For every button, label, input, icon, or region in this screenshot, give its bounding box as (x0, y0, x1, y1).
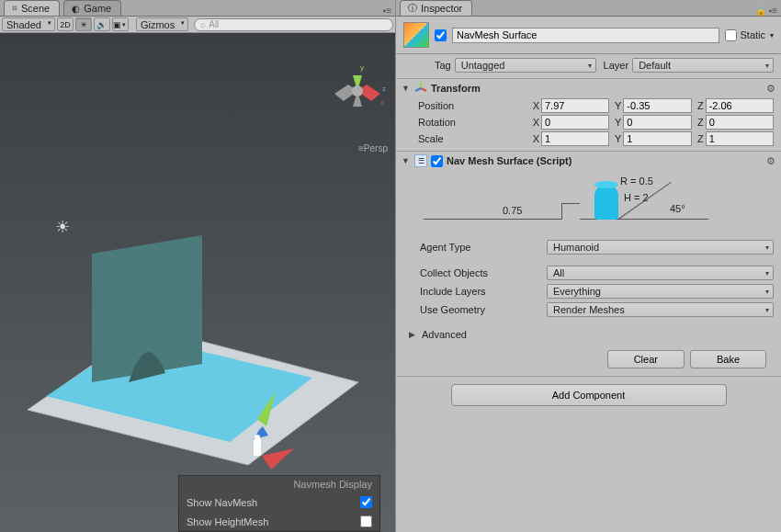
include-layers-label: Include Layers (420, 286, 543, 297)
use-geometry-dropdown[interactable]: Render Meshes (547, 302, 774, 317)
axis-gizmo-icon[interactable]: y z x (325, 59, 390, 123)
shading-dropdown[interactable]: Shaded▾ (2, 17, 55, 31)
agent-diagram: 0.75 R = 0.5 H = 2 45° (414, 175, 763, 232)
tag-dropdown[interactable]: Untagged (455, 58, 596, 73)
search-icon: ⌕ (200, 19, 206, 29)
gameobject-name-input[interactable] (452, 28, 719, 43)
rotation-x-input[interactable] (541, 115, 609, 130)
search-placeholder: All (209, 19, 219, 29)
layer-dropdown[interactable]: Default (632, 58, 774, 73)
diag-h-label: H = 2 (624, 192, 649, 203)
image-icon: ▣ (113, 20, 121, 29)
svg-marker-12 (262, 448, 294, 470)
shading-dropdown-value: Shaded (6, 19, 41, 30)
advanced-foldout[interactable]: ▶ Advanced (396, 326, 781, 343)
collect-objects-dropdown[interactable]: All (547, 266, 774, 280)
tag-layer-row: Tag Untagged Layer Default (396, 54, 781, 79)
audio-icon: 🔊 (96, 20, 107, 29)
scene-panel: ⌗Scene ◐Game ▪≡ Shaded▾ 2D ☀ 🔊 ▣▾ Gizmos… (0, 0, 395, 532)
show-navmesh-checkbox[interactable] (360, 496, 372, 508)
diag-step-label: 0.75 (503, 205, 522, 216)
fold-open-icon: ▼ (402, 84, 411, 93)
scene-icon: ⌗ (12, 3, 17, 14)
toggle-lighting[interactable]: ☀ (75, 17, 92, 31)
svg-text:x: x (380, 98, 384, 107)
scale-x-input[interactable] (541, 131, 609, 146)
inspector-icon: ⓘ (408, 2, 417, 15)
transform-component: ▼ Transform ⚙ Position X Y Z Rotation X … (396, 79, 781, 152)
perspective-label[interactable]: ≡Persp (358, 143, 388, 153)
collect-objects-label: Collect Objects (420, 267, 543, 278)
svg-line-18 (415, 88, 421, 91)
scene-tab-bar: ⌗Scene ◐Game ▪≡ (0, 0, 395, 17)
static-toggle[interactable]: Static▾ (725, 29, 774, 41)
scene-search-input[interactable]: ⌕All (194, 18, 393, 31)
tag-label: Tag (435, 60, 451, 71)
layer-value: Default (639, 60, 671, 71)
inspector-panel: ⓘInspector 🔒 ▪≡ Static▾ Tag Untagged Lay… (395, 0, 781, 532)
rotation-y-input[interactable] (623, 115, 691, 130)
gameobject-header: Static▾ (396, 17, 781, 54)
scale-y-input[interactable] (623, 131, 691, 146)
panel-menu-icon[interactable]: ▪≡ (383, 6, 395, 16)
toggle-2d-label: 2D (60, 20, 71, 29)
navmesh-surface-header[interactable]: ▼ ☰ Nav Mesh Surface (Script) ⚙ (396, 152, 781, 170)
inspector-tab-bar: ⓘInspector 🔒 ▪≡ (396, 0, 781, 17)
tab-game[interactable]: ◐Game (63, 0, 121, 16)
svg-rect-14 (254, 439, 261, 456)
tab-inspector[interactable]: ⓘInspector (400, 0, 472, 16)
toggle-fx[interactable]: ▣▾ (112, 17, 129, 31)
transform-axes-icon (414, 82, 427, 95)
tab-game-label: Game (84, 3, 111, 14)
tab-inspector-label: Inspector (421, 3, 462, 14)
layer-label: Layer (604, 60, 629, 71)
show-navmesh-label: Show NavMesh (187, 497, 353, 508)
svg-point-4 (352, 85, 363, 96)
svg-point-15 (255, 435, 260, 440)
bake-button[interactable]: Bake (690, 350, 766, 368)
tag-value: Untagged (461, 60, 505, 71)
static-label: Static (740, 29, 765, 40)
rotation-z-input[interactable] (706, 115, 774, 130)
agent-type-label: Agent Type (420, 242, 543, 253)
tab-scene-label: Scene (21, 3, 50, 14)
scene-geometry-preview[interactable] (18, 198, 377, 474)
clear-button[interactable]: Clear (607, 350, 685, 368)
position-z-input[interactable] (706, 98, 774, 113)
advanced-label: Advanced (422, 329, 467, 340)
diag-slope-label: 45° (670, 203, 685, 214)
transform-header[interactable]: ▼ Transform ⚙ (396, 79, 781, 97)
navmesh-surface-gear-icon[interactable]: ⚙ (766, 155, 775, 167)
fold-open-icon: ▼ (402, 156, 411, 165)
toggle-2d[interactable]: 2D (57, 17, 74, 31)
show-heightmesh-label: Show HeightMesh (187, 516, 353, 527)
game-icon: ◐ (72, 4, 80, 14)
toggle-audio[interactable]: 🔊 (94, 17, 110, 31)
navmesh-surface-title: Nav Mesh Surface (Script) (447, 155, 763, 166)
position-x-input[interactable] (541, 98, 609, 113)
include-layers-dropdown[interactable]: Everything (547, 284, 774, 299)
navmesh-display-title: Navmesh Display (179, 476, 379, 492)
sun-icon: ☀ (80, 20, 87, 29)
transform-gear-icon[interactable]: ⚙ (766, 83, 775, 95)
position-y-input[interactable] (623, 98, 691, 113)
inspector-body: Static▾ Tag Untagged Layer Default ▼ Tra… (396, 17, 781, 532)
agent-type-dropdown[interactable]: Humanoid (547, 240, 774, 255)
agent-cylinder-icon (594, 185, 618, 220)
tab-scene[interactable]: ⌗Scene (4, 0, 60, 16)
position-label: Position (418, 100, 528, 111)
gizmos-dropdown[interactable]: Gizmos▾ (136, 17, 188, 31)
scene-viewport[interactable]: y z x ≡Persp ☀ Navmesh Display Show NavM… (0, 33, 395, 532)
show-heightmesh-checkbox[interactable] (360, 515, 372, 527)
gizmos-label: Gizmos (141, 19, 175, 30)
navmesh-surface-component: ▼ ☰ Nav Mesh Surface (Script) ⚙ 0.75 R =… (396, 152, 781, 377)
inspector-lock-icon[interactable]: 🔒 ▪≡ (755, 6, 781, 16)
diag-r-label: R = 0.5 (620, 175, 653, 187)
use-geometry-label: Use Geometry (420, 304, 543, 315)
gameobject-cube-icon[interactable] (403, 22, 429, 48)
navmesh-surface-enabled-checkbox[interactable] (431, 155, 443, 167)
add-component-button[interactable]: Add Component (451, 384, 727, 406)
transform-title: Transform (431, 83, 763, 94)
scale-z-input[interactable] (706, 131, 774, 146)
gameobject-active-checkbox[interactable] (435, 29, 447, 41)
